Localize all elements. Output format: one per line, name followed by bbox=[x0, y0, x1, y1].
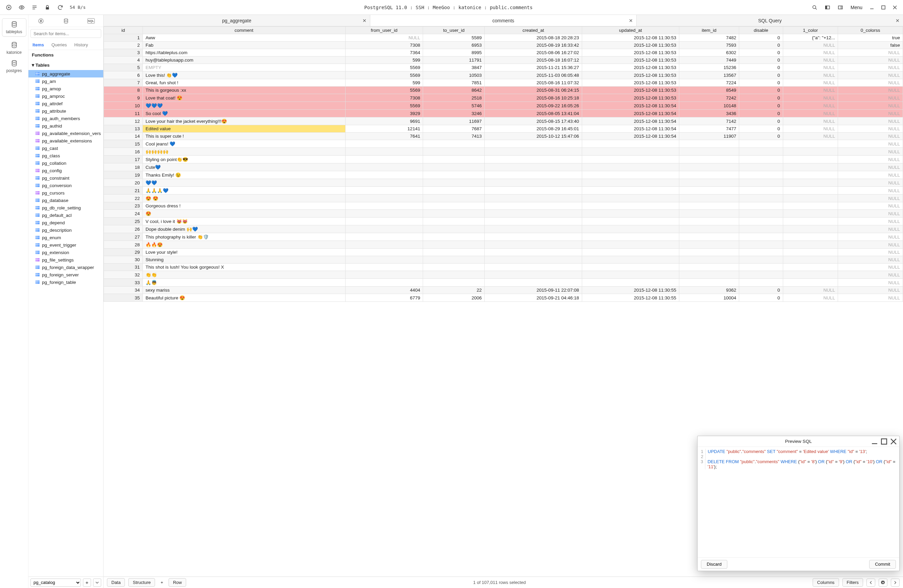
table-row[interactable]: 34sexy mariss4404222015-09-11 22:07:0820… bbox=[104, 286, 903, 294]
layout-left-icon[interactable] bbox=[822, 2, 833, 13]
rail-connection[interactable]: postgres bbox=[2, 60, 27, 73]
table-row[interactable]: 24😍NULL bbox=[104, 210, 903, 217]
table-row[interactable]: 25V cool, i love it 😻😻NULL bbox=[104, 217, 903, 225]
column-header[interactable]: created_at bbox=[485, 27, 582, 34]
structure-button[interactable]: Structure bbox=[128, 578, 155, 586]
gear-icon[interactable] bbox=[879, 579, 887, 586]
table-row[interactable]: 11So cool 💙392932462015-08-05 13:41:0420… bbox=[104, 110, 903, 117]
column-header[interactable]: from_user_id bbox=[345, 27, 423, 34]
table-row[interactable]: 27This photography is killer 👏🛡️NULL bbox=[104, 233, 903, 241]
panel-maximize-icon[interactable] bbox=[880, 438, 888, 445]
column-header[interactable]: disable bbox=[739, 27, 783, 34]
row-button[interactable]: Row bbox=[168, 578, 186, 586]
menu-button[interactable]: Menu bbox=[848, 5, 865, 10]
table-item[interactable]: pg_cast bbox=[28, 145, 103, 152]
table-item[interactable]: pg_aggregate bbox=[28, 70, 103, 77]
table-item[interactable]: pg_amop bbox=[28, 85, 103, 92]
table-row[interactable]: 19Thanks Emily! 😉NULL bbox=[104, 171, 903, 179]
window-minimize-icon[interactable] bbox=[867, 3, 876, 12]
commit-button[interactable]: Commit bbox=[869, 560, 896, 569]
column-header[interactable]: 0_colorss bbox=[838, 27, 903, 34]
sql-icon[interactable]: SQL bbox=[87, 18, 95, 24]
tab[interactable]: pg_aggregate✕ bbox=[104, 15, 370, 26]
table-row[interactable]: 33🙏👼NULL bbox=[104, 279, 903, 286]
sidebar-tab-history[interactable]: History bbox=[72, 41, 90, 49]
panel-close-icon[interactable] bbox=[890, 438, 897, 445]
window-close-icon[interactable] bbox=[890, 3, 900, 12]
table-row[interactable]: 12Love your hair the jacket everything!!… bbox=[104, 117, 903, 125]
rail-connection[interactable]: tableplus bbox=[2, 18, 27, 36]
next-page-icon[interactable] bbox=[891, 579, 900, 586]
table-item[interactable]: pg_collation bbox=[28, 159, 103, 167]
table-item[interactable]: pg_authid bbox=[28, 122, 103, 130]
filters-button[interactable]: Filters bbox=[842, 578, 863, 586]
table-row[interactable]: 9Love that coat! 😍730825182015-08-16 10:… bbox=[104, 94, 903, 102]
table-item[interactable]: pg_class bbox=[28, 152, 103, 159]
table-item[interactable]: pg_attribute bbox=[28, 107, 103, 115]
table-item[interactable]: pg_conversion bbox=[28, 182, 103, 189]
prev-page-icon[interactable] bbox=[867, 579, 875, 586]
table-row[interactable]: 26Dope double denim 🙌💙NULL bbox=[104, 225, 903, 233]
tab-close-icon[interactable]: ✕ bbox=[629, 18, 633, 24]
panel-minimize-icon[interactable] bbox=[871, 438, 878, 445]
table-row[interactable]: 22😍 😍NULL bbox=[104, 195, 903, 202]
columns-button[interactable]: Columns bbox=[813, 578, 839, 586]
table-item[interactable]: pg_cursors bbox=[28, 189, 103, 197]
column-header[interactable]: id bbox=[104, 27, 143, 34]
table-row[interactable]: 23Gorgeous dress !NULL bbox=[104, 202, 903, 210]
table-row[interactable]: 3https://tableplus.com736489952015-08-06… bbox=[104, 49, 903, 57]
table-item[interactable]: pg_description bbox=[28, 226, 103, 234]
column-header[interactable]: item_id bbox=[679, 27, 739, 34]
table-item[interactable]: pg_enum bbox=[28, 234, 103, 241]
table-row[interactable]: 4huy@tableplusapp.com599117912015-08-18 … bbox=[104, 57, 903, 64]
table-item[interactable]: pg_foreign_table bbox=[28, 278, 103, 286]
table-item[interactable]: pg_db_role_setting bbox=[28, 204, 103, 211]
add-row-icon[interactable]: + bbox=[158, 580, 165, 585]
schema-select[interactable]: pg_catalog bbox=[30, 579, 81, 586]
window-maximize-icon[interactable] bbox=[879, 3, 888, 12]
table-row[interactable]: 10💙💙💙556957462015-09-22 16:05:262015-12-… bbox=[104, 102, 903, 110]
table-row[interactable]: 30StunningNULL bbox=[104, 256, 903, 264]
preview-sql-body[interactable]: 1UPDATE "public"."comments" SET "comment… bbox=[698, 447, 899, 557]
list-icon[interactable] bbox=[29, 2, 40, 13]
tab[interactable]: SQL Query✕ bbox=[637, 15, 903, 26]
table-row[interactable]: 6Love this! 👏💙5569105032015-11-03 06:05:… bbox=[104, 71, 903, 79]
table-row[interactable]: 5EMPTY556938472015-11-21 15:36:272015-12… bbox=[104, 64, 903, 71]
table-row[interactable]: 15Cool jeans! 💙NULL bbox=[104, 140, 903, 148]
layout-right-icon[interactable] bbox=[835, 2, 846, 13]
column-header[interactable]: 1_color bbox=[783, 27, 838, 34]
tab-close-icon[interactable]: ✕ bbox=[895, 18, 900, 24]
dropdown-button[interactable] bbox=[93, 579, 101, 586]
table-item[interactable]: pg_default_acl bbox=[28, 211, 103, 219]
refresh-icon[interactable] bbox=[55, 2, 66, 13]
tab-close-icon[interactable]: ✕ bbox=[362, 18, 367, 24]
table-item[interactable]: pg_auth_members bbox=[28, 115, 103, 122]
tables-header[interactable]: ▾ Tables bbox=[28, 60, 103, 70]
table-row[interactable]: 13Edited value1214176872015-08-29 16:45:… bbox=[104, 125, 903, 133]
table-item[interactable]: pg_available_extensions bbox=[28, 137, 103, 145]
table-item[interactable]: pg_amproc bbox=[28, 92, 103, 100]
tab[interactable]: comments✕ bbox=[370, 15, 637, 26]
discard-button[interactable]: Discard bbox=[701, 560, 727, 569]
table-row[interactable]: 1AwwNULL55892015-08-18 20:28:232015-12-0… bbox=[104, 34, 903, 42]
lock-icon[interactable] bbox=[42, 2, 53, 13]
table-row[interactable]: 8This is gorgeous :xx556986422015-08-31 … bbox=[104, 86, 903, 94]
table-row[interactable]: 14This is super cute !764174132015-10-12… bbox=[104, 133, 903, 140]
table-row[interactable]: 28🔥🔥😍NULL bbox=[104, 241, 903, 248]
table-row[interactable]: 17Styling on point👏😎NULL bbox=[104, 156, 903, 164]
table-row[interactable]: 7Great, fun shot !59978512015-08-16 11:0… bbox=[104, 79, 903, 86]
table-row[interactable]: 2Fab730869532015-08-19 16:33:422015-12-0… bbox=[104, 42, 903, 49]
table-row[interactable]: 29Love your style!NULL bbox=[104, 248, 903, 256]
table-row[interactable]: 20💙💙NULL bbox=[104, 179, 903, 187]
table-item[interactable]: pg_available_extension_vers bbox=[28, 130, 103, 137]
rail-connection[interactable]: katonice bbox=[2, 41, 27, 55]
table-item[interactable]: pg_file_settings bbox=[28, 256, 103, 264]
table-item[interactable]: pg_config bbox=[28, 167, 103, 174]
table-item[interactable]: pg_event_trigger bbox=[28, 241, 103, 248]
column-header[interactable]: to_user_id bbox=[423, 27, 485, 34]
table-row[interactable]: 31This shot is lush! You look gorgeous! … bbox=[104, 264, 903, 271]
table-item[interactable]: pg_extension bbox=[28, 248, 103, 256]
database-icon[interactable] bbox=[62, 17, 70, 25]
column-header[interactable]: comment bbox=[143, 27, 345, 34]
table-row[interactable]: 21🙏🙏🙏💙NULL bbox=[104, 187, 903, 195]
